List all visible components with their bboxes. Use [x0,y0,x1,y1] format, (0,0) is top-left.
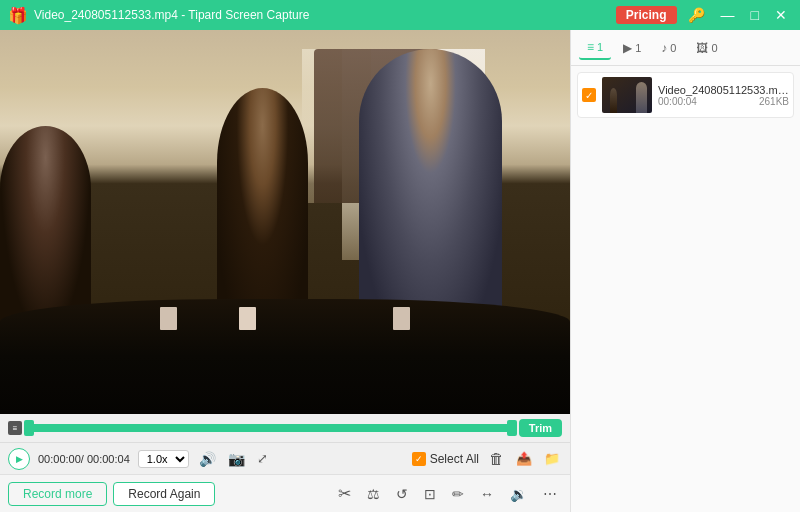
volume-icon[interactable]: 🔊 [197,449,218,469]
left-panel: ≡ Trim ▶ 00:00:00/ 00:00:04 1.0x 🔊 📷 ⤢ [0,30,570,512]
trim-list-icon: ≡ [8,421,22,435]
titlebar: 🎁 Video_240805112533.mp4 - Tipard Screen… [0,0,800,30]
video-display [0,30,570,414]
export-icon[interactable]: 📤 [514,449,534,468]
file-meta: 00:00:04 261KB [658,96,789,107]
record-again-button[interactable]: Record Again [113,482,215,506]
more-icon[interactable]: ⋯ [538,484,562,504]
main-content: ≡ Trim ▶ 00:00:00/ 00:00:04 1.0x 🔊 📷 ⤢ [0,30,800,512]
edit-icon[interactable]: ✏ [447,484,469,504]
file-thumbnail [602,77,652,113]
trim-bar: ≡ Trim [0,414,570,442]
cup-right [393,307,410,330]
maximize-button[interactable]: □ [746,5,764,25]
file-duration: 00:00:04 [658,96,697,107]
tabs-row: ≡ 1 ▶ 1 ♪ 0 🖼 0 [571,30,800,66]
rotate-icon[interactable]: ↺ [391,484,413,504]
select-all-label: Select All [430,452,479,466]
file-info: Video_240805112533.mp4 00:00:04 261KB [658,84,789,107]
person-right [359,49,502,337]
close-button[interactable]: ✕ [770,5,792,25]
fullscreen-icon[interactable]: ⤢ [255,449,270,468]
audio-icon[interactable]: 🔉 [505,484,532,504]
tab-video-count: 1 [597,41,603,53]
titlebar-title-area: 🎁 Video_240805112533.mp4 - Tipard Screen… [8,6,309,25]
timeline-handle-right[interactable] [507,420,517,436]
play-button[interactable]: ▶ [8,448,30,470]
right-panel: ≡ 1 ▶ 1 ♪ 0 🖼 0 ✓ [570,30,800,512]
controls-area: ≡ Trim ▶ 00:00:00/ 00:00:04 1.0x 🔊 📷 ⤢ [0,414,570,512]
pricing-button[interactable]: Pricing [616,6,677,24]
cup-left [160,307,177,330]
file-name: Video_240805112533.mp4 [658,84,789,96]
titlebar-controls: Pricing 🔑 — □ ✕ [616,5,792,25]
app-title: Video_240805112533.mp4 - Tipard Screen C… [34,8,309,22]
key-icon[interactable]: 🔑 [683,5,710,25]
tab-image-count: 0 [711,42,717,54]
cup-center [239,307,256,330]
tab-video-icon: ≡ [587,40,594,54]
gift-icon: 🎁 [8,6,28,25]
tab-audio[interactable]: ♪ 0 [653,37,684,59]
trim-button[interactable]: Trim [519,419,562,437]
cut-icon[interactable]: ✂ [333,482,356,505]
timeline-handle-left[interactable] [24,420,34,436]
file-size: 261KB [759,96,789,107]
time-display: 00:00:00/ 00:00:04 [38,453,130,465]
tab-play[interactable]: ▶ 1 [615,37,649,59]
tab-play-icon: ▶ [623,41,632,55]
crop-icon[interactable]: ⊡ [419,484,441,504]
tab-image-icon: 🖼 [696,41,708,55]
delete-icon[interactable]: 🗑 [487,448,506,469]
speed-select[interactable]: 1.0x [138,450,189,468]
playback-bar: ▶ 00:00:00/ 00:00:04 1.0x 🔊 📷 ⤢ ✓ Select… [0,442,570,474]
minimize-button[interactable]: — [716,5,740,25]
tab-audio-icon: ♪ [661,41,667,55]
video-area [0,30,570,414]
thumb-person [610,88,618,113]
tab-image[interactable]: 🖼 0 [688,37,725,59]
tab-audio-count: 0 [670,42,676,54]
file-item[interactable]: ✓ Video_240805112533.mp4 00:00:04 261KB [577,72,794,118]
thumb-person2 [636,82,647,113]
camera-icon[interactable]: 📷 [226,449,247,469]
select-all-area: ✓ Select All [412,452,479,466]
tab-video[interactable]: ≡ 1 [579,36,611,60]
timeline-track[interactable] [28,424,513,432]
tab-play-count: 1 [635,42,641,54]
select-all-checkbox[interactable]: ✓ [412,452,426,466]
file-checkbox[interactable]: ✓ [582,88,596,102]
record-more-button[interactable]: Record more [8,482,107,506]
folder-icon[interactable]: 📁 [542,449,562,468]
action-bar: Record more Record Again ✂ ⚖ ↺ ⊡ ✏ ↔ 🔉 ⋯ [0,474,570,512]
adjust-icon[interactable]: ⚖ [362,484,385,504]
table-surface [0,299,570,414]
effect-icon[interactable]: ↔ [475,484,499,504]
file-list: ✓ Video_240805112533.mp4 00:00:04 261KB [571,66,800,512]
